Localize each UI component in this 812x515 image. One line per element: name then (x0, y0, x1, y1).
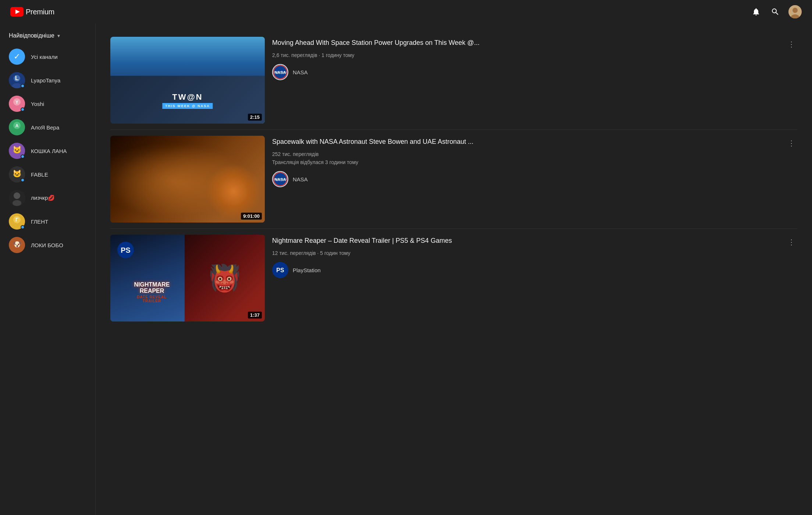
thumbnail-1[interactable]: TW@N THIS WEEK @ NASA 2:15 (110, 37, 265, 124)
sidebar-item-label: лизчкр💋 (31, 195, 55, 201)
video-title-3: Nightmare Reaper – Date Reveal Trailer |… (272, 236, 781, 245)
header-logo: Premium (10, 7, 54, 17)
more-options-button-1[interactable]: ⋮ (786, 38, 797, 50)
sidebar-item-lyzhkr[interactable]: лизчкр💋 (0, 186, 95, 210)
channel-avatar-nasa-1[interactable]: NASA (272, 64, 288, 80)
new-content-dot (21, 225, 25, 229)
search-button[interactable] (769, 6, 781, 18)
sort-label: Найвідповідніше (9, 32, 54, 39)
svg-text:🐱: 🐱 (13, 169, 22, 178)
channel-row-2: NASA NASA (272, 171, 797, 187)
channel-avatar-playstation[interactable]: PS (272, 262, 288, 278)
video-title-1: Moving Ahead With Space Station Power Up… (272, 38, 781, 47)
sidebar-item-label: ЛОКИ БОБО (31, 242, 63, 248)
video-feed: TW@N THIS WEEK @ NASA 2:15 Moving Ahead … (96, 24, 812, 515)
checkmark-icon: ✓ (14, 52, 20, 61)
channel-avatar-yoshi: Y (9, 96, 25, 112)
new-content-dot (21, 178, 25, 182)
video-meta-1: 2,6 тис. переглядів · 1 годину тому (272, 52, 797, 58)
video-info-2: Spacewalk with NASA Astronaut Steve Bowe… (272, 136, 797, 187)
channel-name-3: PlayStation (293, 267, 321, 273)
youtube-logo[interactable]: Premium (10, 7, 54, 17)
notification-button[interactable] (750, 6, 762, 18)
nasa-logo-2: NASA (273, 172, 288, 187)
svg-text:🐱: 🐱 (13, 145, 22, 154)
svg-text:NASA: NASA (274, 177, 286, 182)
video-meta-3: 12 тис. переглядів · 5 годин тому (272, 250, 797, 256)
channel-row-1: NASA NASA (272, 64, 797, 80)
sidebar-item-label: ГЛЕНТ (31, 219, 48, 225)
video-card-3: PS NIGHTMAREREAPER DATE REVEALTRAILER 👹 … (110, 229, 797, 327)
chevron-down-icon: ▾ (57, 33, 60, 39)
svg-text:L: L (15, 75, 19, 81)
svg-text:NASA: NASA (274, 70, 286, 75)
sidebar-item-yoshi[interactable]: Y Yoshi (0, 92, 95, 116)
sidebar-item-label: FABLE (31, 171, 48, 178)
all-channels-avatar: ✓ (9, 49, 25, 65)
channel-row-3: PS PlayStation (272, 262, 797, 278)
header-actions (750, 5, 802, 18)
channel-avatar-glent: Г (9, 213, 25, 230)
svg-text:А: А (15, 123, 19, 128)
new-content-dot (21, 84, 25, 88)
svg-text:PS: PS (121, 246, 131, 254)
video-info-1: Moving Ahead With Space Station Power Up… (272, 37, 797, 80)
video-meta-2b: Трансляція відбулася 3 години тому (272, 159, 797, 165)
playstation-logo: PS (273, 263, 288, 277)
channel-avatar-aloya: А (9, 119, 25, 135)
header: Premium (0, 0, 812, 24)
svg-text:PS: PS (276, 267, 284, 273)
more-options-button-2[interactable]: ⋮ (786, 137, 797, 149)
sidebar-item-lyapotanya[interactable]: L LyapoTanya (0, 68, 95, 92)
video-duration-2: 9:01:00 (241, 213, 262, 220)
sidebar-item-label: LyapoTanya (31, 77, 60, 84)
sidebar-item-label: Усі канали (31, 54, 58, 60)
channel-avatar-lyzhkr (9, 190, 25, 206)
search-icon (771, 7, 780, 16)
video-card-2: 9:01:00 Spacewalk with NASA Astronaut St… (110, 130, 797, 229)
channel-avatar-nasa-2[interactable]: NASA (272, 171, 288, 187)
bell-icon (752, 7, 761, 16)
thumbnail-3[interactable]: PS NIGHTMAREREAPER DATE REVEALTRAILER 👹 … (110, 235, 265, 322)
svg-text:Г: Г (15, 217, 18, 223)
svg-point-20 (14, 192, 20, 199)
sort-selector[interactable]: Найвідповідніше ▾ (0, 29, 95, 45)
channel-avatar-fable: 🐱 (9, 166, 25, 182)
video-info-3: Nightmare Reaper – Date Reveal Trailer |… (272, 235, 797, 278)
thumbnail-2[interactable]: 9:01:00 (110, 136, 265, 223)
sidebar-item-fable[interactable]: 🐱 FABLE (0, 163, 95, 186)
main-layout: Найвідповідніше ▾ ✓ Усі канали L LyapoTa… (0, 24, 812, 515)
sidebar-item-glent[interactable]: Г ГЛЕНТ (0, 210, 95, 233)
svg-point-21 (13, 200, 21, 206)
video-title-2: Spacewalk with NASA Astronaut Steve Bowe… (272, 137, 781, 146)
nasa-logo: NASA (273, 65, 288, 79)
sidebar-item-loki-bobo[interactable]: 🐶 ЛОКИ БОБО (0, 233, 95, 257)
new-content-dot (21, 154, 25, 159)
sidebar-item-label: Yoshi (31, 101, 44, 107)
channel-name-1: NASA (293, 69, 308, 75)
video-duration-1: 2:15 (248, 114, 262, 121)
ps-logo-thumbnail: PS (116, 241, 135, 259)
user-avatar-image (788, 5, 802, 18)
sidebar-item-label: КОШКА ЛАНА (31, 148, 67, 154)
youtube-icon (10, 7, 24, 17)
video-duration-3: 1:37 (248, 312, 262, 319)
sidebar-item-all-channels[interactable]: ✓ Усі канали (0, 45, 95, 68)
new-content-dot (21, 107, 25, 111)
svg-text:Y: Y (15, 100, 18, 105)
svg-point-3 (793, 8, 798, 13)
brand-text: Premium (26, 8, 54, 16)
sidebar: Найвідповідніше ▾ ✓ Усі канали L LyapoTa… (0, 24, 96, 515)
video-meta-2a: 252 тис. переглядів (272, 151, 797, 157)
svg-text:🐶: 🐶 (13, 240, 22, 249)
channel-avatar-lyapotanya: L (9, 72, 25, 88)
channel-avatar-loki: 🐶 (9, 237, 25, 253)
sidebar-item-koshka-lana[interactable]: 🐱 КОШКА ЛАНА (0, 139, 95, 163)
channel-name-2: NASA (293, 176, 308, 182)
video-card-1: TW@N THIS WEEK @ NASA 2:15 Moving Ahead … (110, 31, 797, 130)
more-options-button-3[interactable]: ⋮ (786, 236, 797, 248)
user-avatar-button[interactable] (788, 5, 802, 18)
sidebar-item-aloya-vera[interactable]: А АлоЯ Вера (0, 116, 95, 139)
sidebar-item-label: АлоЯ Вера (31, 124, 59, 131)
channel-avatar-koshka: 🐱 (9, 143, 25, 159)
